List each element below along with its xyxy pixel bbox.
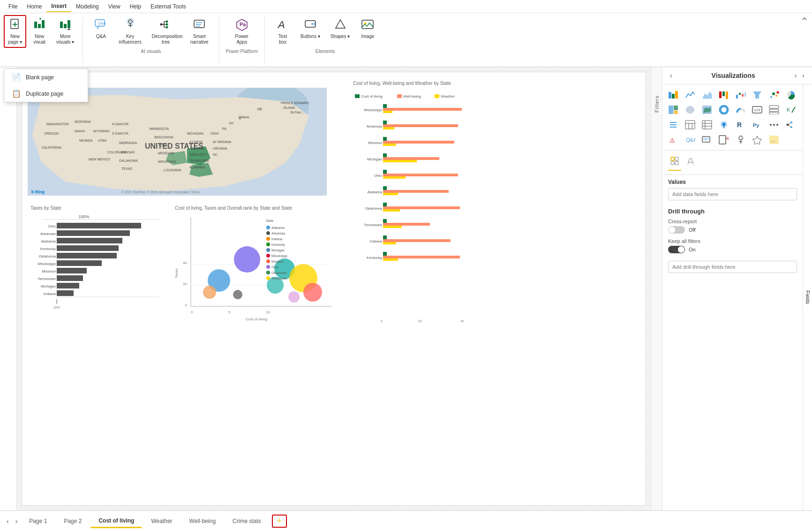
viz-kpi[interactable]: K — [784, 103, 798, 116]
viz-map[interactable] — [683, 103, 697, 116]
page-tab-cost-of-living[interactable]: Cost of living — [90, 514, 142, 528]
svg-point-151 — [266, 231, 270, 235]
values-input[interactable] — [668, 188, 797, 200]
scatter-chart[interactable]: Cost of living, Taxes and Overall rank b… — [172, 204, 346, 323]
tab-next-btn[interactable]: › — [13, 516, 21, 527]
blank-page-option[interactable]: 📄 Blank page — [4, 69, 88, 85]
menu-modeling[interactable]: Modeling — [71, 1, 104, 12]
svg-rect-181 — [383, 111, 392, 113]
svg-text:PA: PA — [222, 127, 226, 130]
svg-text:20%: 20% — [53, 306, 60, 309]
viz-waterfall[interactable] — [734, 88, 748, 101]
svg-text:VIRGINIA: VIRGINIA — [213, 147, 227, 150]
viz-multirow-card[interactable] — [767, 103, 781, 116]
horiz-bar-chart[interactable]: Cost of living, Well-being and Weather b… — [350, 79, 524, 320]
filters-label[interactable]: Filters — [654, 95, 660, 113]
svg-text:b Bing: b Bing — [31, 190, 45, 194]
page-tab-crime-stats[interactable]: Crime stats — [225, 515, 269, 528]
panel-collapse-left[interactable]: ‹ — [668, 71, 674, 80]
viz-key-influencers[interactable] — [734, 133, 748, 146]
viz-ribbon-chart[interactable] — [717, 88, 731, 101]
key-influencers-button[interactable]: Keyinfluencers — [115, 15, 145, 48]
svg-rect-236 — [674, 111, 678, 114]
cross-report-label: Cross-report — [668, 219, 797, 224]
viz-azure-map[interactable] — [717, 118, 731, 131]
viz-gauge[interactable] — [734, 103, 748, 116]
keep-filters-label: Keep all filters — [668, 238, 797, 244]
add-tab-icon: + — [277, 516, 282, 526]
viz-funnel[interactable] — [750, 88, 764, 101]
svg-text:⚠: ⚠ — [669, 137, 675, 144]
menu-help[interactable]: Help — [125, 1, 146, 12]
svg-text:123: 123 — [754, 108, 761, 112]
cross-report-toggle[interactable] — [668, 226, 685, 234]
svg-line-13 — [97, 26, 99, 29]
panel-expand-right[interactable]: › — [793, 71, 799, 80]
viz-stacked-bar[interactable] — [666, 88, 680, 101]
page-tab-wellbeing[interactable]: Well-being — [181, 515, 224, 528]
menu-bar: File Home Insert Modeling View Help Exte… — [0, 0, 812, 13]
power-apps-button[interactable]: Pa PowerApps — [231, 15, 253, 48]
viz-area-chart[interactable] — [700, 88, 714, 101]
viz-more[interactable] — [767, 118, 781, 131]
viz-slicer[interactable] — [666, 118, 680, 131]
menu-file[interactable]: File — [4, 1, 22, 12]
decomp-tree-button[interactable]: Decompositiontree — [148, 15, 184, 48]
viz-table[interactable] — [683, 118, 697, 131]
viz-py-script[interactable]: Py — [750, 118, 764, 131]
format-build-icon[interactable] — [668, 154, 681, 171]
viz-scatter-chart[interactable] — [767, 88, 781, 101]
format-paint-icon[interactable] — [684, 155, 697, 170]
menu-insert[interactable]: Insert — [46, 1, 71, 12]
svg-rect-227 — [744, 92, 746, 97]
svg-rect-197 — [383, 176, 406, 179]
smart-narrative-button[interactable]: Smartnarrative — [187, 15, 212, 48]
svg-marker-11 — [67, 28, 71, 30]
duplicate-page-option[interactable]: 📋 Duplicate page — [4, 85, 88, 102]
qa-button[interactable]: Q&A Q&A — [90, 15, 112, 48]
add-tab-button[interactable]: + — [272, 515, 287, 528]
taxes-chart[interactable]: Taxes by State 100% Ohio 45 Arkansas 39 … — [28, 204, 168, 323]
svg-rect-211 — [383, 235, 387, 239]
svg-text:Py: Py — [753, 122, 759, 128]
filters-bar[interactable]: Filters — [651, 67, 662, 510]
viz-smart-narr[interactable] — [700, 133, 714, 146]
viz-line-chart[interactable] — [683, 88, 697, 101]
image-button[interactable]: Image — [356, 15, 379, 48]
viz-card[interactable]: 123 — [750, 103, 764, 116]
shapes-button[interactable]: Shapes ▾ — [327, 15, 354, 48]
viz-anomaly[interactable]: ⚠ — [666, 133, 680, 146]
viz-paginated[interactable]: R — [717, 133, 731, 146]
svg-rect-119 — [57, 283, 79, 288]
menu-external-tools[interactable]: External Tools — [146, 1, 190, 12]
viz-decomp-tree[interactable] — [784, 118, 798, 131]
ribbon-collapse-btn[interactable] — [801, 15, 808, 24]
new-page-button[interactable]: Newpage ▾ — [4, 15, 26, 48]
viz-filled-map[interactable] — [700, 103, 714, 116]
viz-treemap[interactable] — [666, 103, 680, 116]
menu-home[interactable]: Home — [22, 1, 46, 12]
fields-tab[interactable]: Fields — [803, 84, 812, 510]
viz-matrix[interactable] — [700, 118, 714, 131]
drill-input[interactable] — [668, 261, 797, 273]
menu-view[interactable]: View — [104, 1, 125, 12]
svg-text:Q&A: Q&A — [686, 137, 695, 143]
viz-pie-chart[interactable] — [784, 88, 798, 101]
text-box-button[interactable]: A Textbox — [271, 15, 294, 48]
viz-qa2[interactable]: Q&A — [683, 133, 697, 146]
buttons-button[interactable]: Buttons ▾ — [297, 15, 324, 48]
more-visuals-button[interactable]: Morevisuals ▾ — [53, 15, 78, 48]
page-tab-1[interactable]: Page 1 — [21, 515, 55, 528]
keep-filters-toggle[interactable] — [668, 246, 685, 253]
panel-collapse-right[interactable]: ‹ — [800, 71, 806, 80]
svg-text:WYOMING: WYOMING — [93, 129, 110, 133]
viz-donut[interactable] — [717, 103, 731, 116]
page-tab-weather[interactable]: Weather — [143, 515, 180, 528]
page-tab-2[interactable]: Page 2 — [56, 515, 90, 528]
viz-r-script[interactable]: R — [734, 118, 748, 131]
viz-custom1[interactable] — [750, 133, 764, 146]
new-visual-button[interactable]: Newvisual — [28, 15, 51, 48]
tab-prev-btn[interactable]: ‹ — [4, 516, 12, 527]
svg-point-267 — [770, 124, 772, 126]
viz-custom2[interactable]: ... — [767, 133, 781, 146]
